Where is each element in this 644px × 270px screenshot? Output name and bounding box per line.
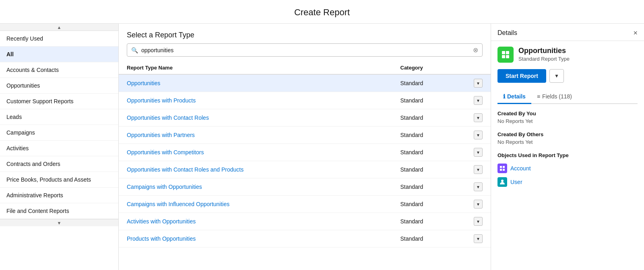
report-name-link[interactable]: Products with Opportunities: [127, 235, 196, 242]
svg-rect-0: [502, 51, 505, 54]
close-button[interactable]: ×: [633, 29, 638, 37]
objects-section: Objects Used in Report Type AccountUser: [497, 152, 638, 189]
row-dropdown-button[interactable]: ▼: [474, 96, 483, 105]
object-item-account[interactable]: Account: [497, 162, 638, 175]
created-by-you-section: Created By You No Reports Yet: [497, 110, 638, 124]
sidebar-item-contracts-and-orders[interactable]: Contracts and Orders: [0, 156, 118, 172]
report-name-cell: Activities with Opportunities: [119, 213, 392, 230]
report-table: Report Type Name Category OpportunitiesS…: [119, 61, 491, 270]
report-name-link[interactable]: Opportunities with Products: [127, 97, 196, 104]
table-row[interactable]: Opportunities with Contact RolesStandard…: [119, 109, 491, 127]
row-dropdown-button[interactable]: ▼: [474, 182, 483, 191]
tab-label-fields: Fields (118): [542, 93, 572, 100]
col-header-category: Category: [392, 61, 491, 74]
table-row[interactable]: Campaigns with Influenced OpportunitiesS…: [119, 196, 491, 213]
center-panel: Select a Report Type 🔍 ⊗ Report Type Nam…: [119, 24, 491, 270]
table-row[interactable]: OpportunitiesStandard▼: [119, 74, 491, 92]
row-dropdown-button[interactable]: ▼: [474, 148, 483, 157]
report-name-link[interactable]: Opportunities with Partners: [127, 132, 195, 138]
details-panel: Details × Opportunities Standard Report …: [491, 24, 644, 270]
details-tab-fields[interactable]: ≡Fields (118): [531, 90, 578, 104]
objects-title: Objects Used in Report Type: [497, 152, 638, 158]
row-dropdown-button[interactable]: ▼: [474, 79, 483, 88]
table-row[interactable]: Opportunities with Contact Roles and Pro…: [119, 161, 491, 178]
search-icon: 🔍: [131, 47, 138, 53]
sidebar-nav: Recently UsedAllAccounts & ContactsOppor…: [0, 31, 118, 219]
report-type-sub: Standard Report Type: [518, 56, 570, 62]
action-buttons: Start Report ▼: [497, 69, 638, 83]
sidebar-item-all[interactable]: All: [0, 47, 118, 62]
report-name-link[interactable]: Opportunities: [127, 80, 160, 86]
sidebar-scroll-down[interactable]: ▼: [0, 219, 118, 226]
svg-rect-2: [502, 55, 505, 58]
report-name-cell: Opportunities with Contact Roles and Pro…: [119, 161, 392, 178]
row-dropdown-button[interactable]: ▼: [474, 113, 483, 122]
object-name: Account: [510, 165, 531, 172]
report-name-cell: Opportunities with Products: [119, 92, 392, 109]
row-dropdown-button[interactable]: ▼: [474, 165, 483, 174]
details-panel-title: Details: [497, 29, 517, 37]
report-type-header: Opportunities Standard Report Type: [497, 47, 638, 63]
report-category-cell: Standard▼: [392, 230, 491, 248]
category-label: Standard: [400, 115, 423, 121]
sidebar-item-activities[interactable]: Activities: [0, 141, 118, 156]
report-name-link[interactable]: Campaigns with Influenced Opportunities: [127, 201, 229, 207]
search-input[interactable]: [141, 47, 473, 53]
sidebar-item-administrative-reports[interactable]: Administrative Reports: [0, 188, 118, 203]
report-name-link[interactable]: Opportunities with Contact Roles and Pro…: [127, 166, 244, 173]
sidebar-item-leads[interactable]: Leads: [0, 109, 118, 125]
svg-rect-3: [506, 55, 509, 58]
created-by-you-title: Created By You: [497, 110, 638, 117]
report-category-cell: Standard▼: [392, 178, 491, 196]
sidebar-item-customer-support-reports[interactable]: Customer Support Reports: [0, 94, 118, 109]
row-dropdown-button[interactable]: ▼: [474, 234, 483, 243]
objects-list: AccountUser: [497, 162, 638, 189]
start-report-dropdown-button[interactable]: ▼: [549, 69, 564, 83]
report-name-link[interactable]: Opportunities with Contact Roles: [127, 115, 209, 121]
table-row[interactable]: Opportunities with PartnersStandard▼: [119, 127, 491, 144]
report-category-cell: Standard▼: [392, 144, 491, 161]
col-header-name: Report Type Name: [119, 61, 392, 74]
table-row[interactable]: Opportunities with CompetitorsStandard▼: [119, 144, 491, 161]
sidebar-item-recently-used[interactable]: Recently Used: [0, 31, 118, 47]
search-bar: 🔍 ⊗: [127, 43, 483, 57]
start-report-button[interactable]: Start Report: [497, 69, 546, 83]
report-name-cell: Products with Opportunities: [119, 230, 392, 248]
tab-label-details: Details: [507, 93, 526, 100]
row-dropdown-button[interactable]: ▼: [474, 131, 483, 139]
table-row[interactable]: Opportunities with ProductsStandard▼: [119, 92, 491, 109]
sidebar-scroll-up[interactable]: ▲: [0, 24, 118, 31]
report-type-info: Opportunities Standard Report Type: [518, 47, 570, 62]
row-dropdown-button[interactable]: ▼: [474, 200, 483, 209]
svg-rect-1: [506, 51, 509, 54]
svg-rect-7: [503, 169, 505, 171]
sidebar-item-file-content-reports[interactable]: File and Content Reports: [0, 203, 118, 219]
report-name-cell: Opportunities with Contact Roles: [119, 109, 392, 127]
svg-point-8: [501, 180, 504, 182]
category-label: Standard: [400, 166, 423, 173]
details-body: Opportunities Standard Report Type Start…: [491, 41, 644, 270]
table-row[interactable]: Campaigns with OpportunitiesStandard▼: [119, 178, 491, 196]
sidebar-item-campaigns[interactable]: Campaigns: [0, 125, 118, 141]
clear-search-icon[interactable]: ⊗: [473, 46, 478, 54]
category-label: Standard: [400, 201, 423, 207]
table-row[interactable]: Products with OpportunitiesStandard▼: [119, 230, 491, 248]
category-label: Standard: [400, 235, 423, 242]
report-name-link[interactable]: Activities with Opportunities: [127, 218, 196, 225]
center-header: Select a Report Type: [119, 24, 491, 43]
report-name-cell: Opportunities with Partners: [119, 127, 392, 144]
row-dropdown-button[interactable]: ▼: [474, 217, 483, 226]
tab-icon-details: ℹ: [503, 93, 505, 100]
tab-icon-fields: ≡: [537, 93, 540, 100]
sidebar-item-opportunities[interactable]: Opportunities: [0, 78, 118, 94]
report-name-link[interactable]: Opportunities with Competitors: [127, 149, 204, 155]
sidebar-item-price-books[interactable]: Price Books, Products and Assets: [0, 172, 118, 188]
report-name-link[interactable]: Campaigns with Opportunities: [127, 184, 202, 190]
object-item-user[interactable]: User: [497, 175, 638, 189]
table-row[interactable]: Activities with OpportunitiesStandard▼: [119, 213, 491, 230]
svg-rect-5: [503, 166, 505, 168]
sidebar-item-accounts-contacts[interactable]: Accounts & Contacts: [0, 62, 118, 78]
report-name-cell: Campaigns with Influenced Opportunities: [119, 196, 392, 213]
details-tab-details[interactable]: ℹDetails: [497, 90, 531, 104]
report-name-cell: Opportunities with Competitors: [119, 144, 392, 161]
